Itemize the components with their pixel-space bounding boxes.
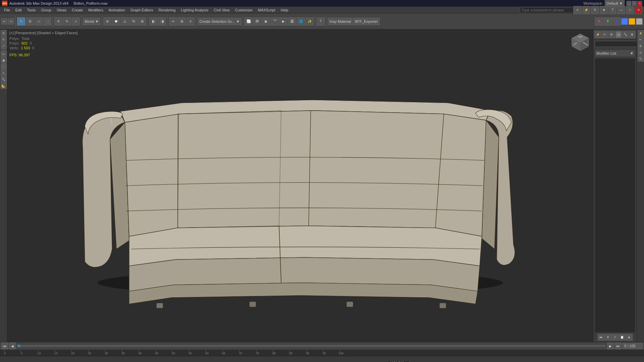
rp-bottom-2[interactable]: ⏸ xyxy=(605,334,611,341)
select-button[interactable]: ↖ xyxy=(17,17,25,25)
far-right-btn-2[interactable]: ✏ xyxy=(638,37,644,43)
menu-modifiers[interactable]: Modifiers xyxy=(86,7,106,13)
render-frame[interactable]: 🖼 xyxy=(288,17,296,25)
array-button[interactable]: ⊞ xyxy=(178,17,186,25)
prev-frame-button[interactable]: ◀ xyxy=(9,343,16,349)
percent-snap[interactable]: % xyxy=(129,17,138,25)
left-btn-8[interactable]: ∿ xyxy=(1,70,7,76)
modifier-list-body[interactable] xyxy=(595,58,635,333)
bff-exporter-dropdown[interactable]: BFF_Exporter xyxy=(353,18,379,25)
left-btn-7[interactable]: ⬚ xyxy=(1,64,7,70)
z-axis-button[interactable]: Z xyxy=(612,17,621,25)
icon-btn-6[interactable]: — xyxy=(617,6,625,14)
name-input[interactable] xyxy=(595,41,639,47)
move-button[interactable]: ✛ xyxy=(54,17,62,25)
curve-editor[interactable]: 📈 xyxy=(245,17,253,25)
search-input[interactable] xyxy=(520,7,574,13)
rp-bottom-1[interactable]: ⏮ xyxy=(598,334,604,341)
icon-btn-3[interactable]: ✎ xyxy=(591,6,599,14)
x-axis-button[interactable]: X xyxy=(595,17,603,25)
menu-maxscript[interactable]: MAXScript xyxy=(255,7,278,13)
redo-button[interactable]: ↪ xyxy=(8,18,14,24)
goto-end-button[interactable]: ⏭ xyxy=(615,343,622,349)
menu-file[interactable]: File xyxy=(1,7,13,13)
icon-btn-1[interactable]: ≡ xyxy=(574,6,582,14)
nav-cube[interactable]: TOP FRONT LEFT xyxy=(570,32,590,52)
scale-button[interactable]: ⤢ xyxy=(72,17,80,25)
material-editor[interactable]: ◉ xyxy=(262,17,270,25)
render-button[interactable]: ▶ xyxy=(279,17,287,25)
menu-customize[interactable]: Customize xyxy=(232,7,255,13)
y-axis-button[interactable]: Y xyxy=(604,17,612,25)
spinner-snap[interactable]: ⊞ xyxy=(138,17,146,25)
menu-graph-editors[interactable]: Graph Editors xyxy=(128,7,156,13)
schematic[interactable]: 🕸 xyxy=(253,17,261,25)
rp-icon-6[interactable]: 🖥 xyxy=(629,31,636,38)
svg-text:95: 95 xyxy=(323,352,326,355)
menu-civil-view[interactable]: Civil View xyxy=(211,7,232,13)
environment[interactable]: 🌐 xyxy=(297,17,305,25)
undo-button[interactable]: ↩ xyxy=(1,18,7,24)
viewport[interactable]: [+] [Perspective] [Shaded + Edged Faces]… xyxy=(7,29,593,342)
rotate-button[interactable]: ↻ xyxy=(63,17,71,25)
vray-material-dropdown[interactable]: Vray Material xyxy=(328,18,353,25)
rp-bottom-4[interactable]: 📋 xyxy=(619,334,626,341)
icon-btn-4[interactable]: ★ xyxy=(600,6,608,14)
render-setup[interactable]: 🎬 xyxy=(271,17,279,25)
select-by-name[interactable]: ☰ xyxy=(26,17,34,25)
maximize-button[interactable]: □ xyxy=(632,1,637,6)
menu-lighting-analysis[interactable]: Lighting Analysis xyxy=(178,7,211,13)
menu-help[interactable]: Help xyxy=(278,7,291,13)
pivot-button[interactable]: ⊕ xyxy=(103,17,111,25)
rp-icon-3[interactable]: ⚙ xyxy=(608,31,615,38)
menu-create[interactable]: Create xyxy=(69,7,86,13)
icon-btn-8[interactable]: ✕ xyxy=(635,6,643,14)
menu-views[interactable]: Views xyxy=(54,7,69,13)
menu-edit[interactable]: Edit xyxy=(13,7,24,13)
help-button[interactable]: ? xyxy=(317,17,325,25)
rp-icon-1[interactable]: ⚡ xyxy=(595,31,601,38)
goto-start-button[interactable]: ⏮ xyxy=(1,343,8,349)
menu-group[interactable]: Group xyxy=(38,7,54,13)
select-region[interactable]: ▭ xyxy=(35,17,43,25)
next-frame-button[interactable]: ▶ xyxy=(607,343,614,349)
snap-toggle[interactable]: 🔲 xyxy=(112,17,120,25)
rp-icon-5[interactable]: 🔧 xyxy=(622,31,629,38)
left-btn-9[interactable]: 🔧 xyxy=(1,76,7,82)
icon-btn-7[interactable]: □ xyxy=(626,6,634,14)
create-selection-dropdown[interactable]: Create Selection Sc... ▼ xyxy=(198,18,241,25)
left-btn-4[interactable] xyxy=(1,50,6,50)
left-btn-5[interactable]: ▭ xyxy=(1,51,7,57)
rp-bottom-5[interactable]: ◈ xyxy=(626,334,633,341)
menu-tools[interactable]: Tools xyxy=(24,7,39,13)
effects[interactable]: ✨ xyxy=(306,17,314,25)
menu-rendering[interactable]: Rendering xyxy=(156,7,178,13)
close-button[interactable]: ✕ xyxy=(637,1,642,6)
mirror-button[interactable]: ⇔ xyxy=(169,17,177,25)
angle-snap[interactable]: ∠ xyxy=(121,17,129,25)
left-btn-10[interactable]: 📐 xyxy=(1,83,7,89)
menu-animation[interactable]: Animation xyxy=(106,7,128,13)
icon-btn-5[interactable]: ? xyxy=(608,6,616,14)
minimize-button[interactable]: — xyxy=(627,1,631,6)
rp-bottom-3[interactable]: ▽ xyxy=(612,334,619,341)
far-right-btn-1[interactable]: ⚡ xyxy=(638,30,644,36)
rp-icon-4[interactable]: ◎ xyxy=(615,31,622,38)
left-btn-3[interactable]: ⤢ xyxy=(1,43,7,49)
modifier-list-header[interactable]: Modifier List ▼ xyxy=(595,50,635,57)
window-crossing[interactable]: ⬚ xyxy=(43,17,51,25)
layer-manager[interactable]: ◧ xyxy=(149,17,157,25)
object-properties[interactable]: ◨ xyxy=(158,17,166,25)
far-right-btn-5[interactable]: 🔧 xyxy=(638,56,644,62)
left-btn-6[interactable]: ◉ xyxy=(1,57,7,63)
reference-coord-dropdown[interactable]: World ▼ xyxy=(83,18,100,25)
timeline-track[interactable]: 0 5 10 15 20 25 30 35 40 45 50 xyxy=(0,350,644,356)
timeline-slider[interactable] xyxy=(17,344,606,348)
rp-icon-2[interactable]: ✏ xyxy=(602,31,608,38)
left-btn-2[interactable]: ↻ xyxy=(1,37,7,43)
align-button[interactable]: ≡ xyxy=(186,17,195,25)
icon-btn-2[interactable]: ⚡ xyxy=(582,6,590,14)
far-right-btn-3[interactable]: ⚙ xyxy=(638,43,644,49)
left-btn-1[interactable]: ✛ xyxy=(1,30,7,36)
far-right-btn-4[interactable]: ◎ xyxy=(638,49,644,55)
